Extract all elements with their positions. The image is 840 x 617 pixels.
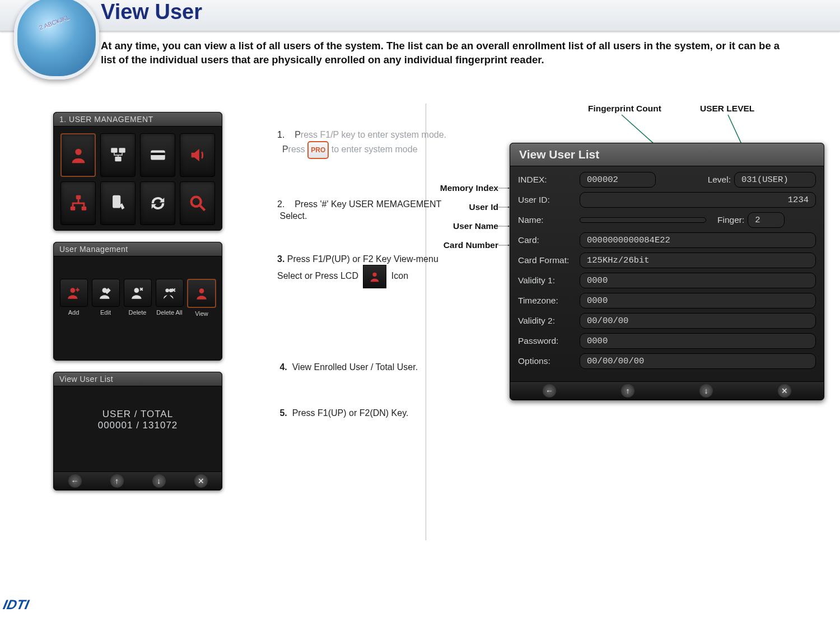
menu-view[interactable]: View bbox=[187, 279, 216, 317]
tile-user-icon[interactable] bbox=[60, 133, 96, 177]
panel-user-management-menu: User Management Add Edit Delete Delete A… bbox=[53, 242, 222, 361]
label-user-id: User Id bbox=[431, 198, 498, 216]
step2-text: Press '#' Key USER MEMAGEMENT bbox=[295, 199, 441, 209]
corner-graphic bbox=[14, 0, 99, 80]
panel-view-user-detail: View User List INDEX: 000002 Level: 031(… bbox=[510, 143, 824, 400]
page-title: View User bbox=[101, 0, 202, 24]
label-index: INDEX: bbox=[518, 175, 580, 185]
label-memory-index: Memory Index bbox=[431, 179, 498, 197]
panel-title: View User List bbox=[54, 372, 222, 386]
panel-view-user-list-small: View User List USER / TOTAL 000001 / 131… bbox=[53, 372, 222, 490]
value-name bbox=[580, 217, 706, 223]
tile-org-icon[interactable] bbox=[60, 181, 96, 225]
step3-tail: Icon bbox=[391, 272, 408, 281]
step2-tail: Select. bbox=[279, 211, 307, 221]
svg-point-16 bbox=[199, 288, 204, 293]
tile-sync-icon[interactable] bbox=[140, 181, 175, 225]
nav-back-icon[interactable]: ← bbox=[543, 384, 556, 398]
svg-rect-5 bbox=[151, 153, 165, 155]
label-fingerprint-count: Fingerprint Count bbox=[588, 104, 661, 114]
nav-down-icon[interactable]: ↓ bbox=[152, 474, 166, 488]
menu-edit[interactable]: Edit bbox=[91, 279, 120, 317]
label-validity2: Validity 2: bbox=[518, 316, 580, 326]
step5-num: 5. bbox=[279, 408, 287, 418]
menu-delete[interactable]: Delete bbox=[123, 279, 152, 317]
counter-header: USER / TOTAL bbox=[54, 409, 222, 420]
panel-title: 1. USER MANAGEMENT bbox=[54, 113, 222, 127]
value-timezone: 0000 bbox=[580, 293, 816, 308]
tile-card-icon[interactable] bbox=[140, 133, 175, 177]
tile-network-icon[interactable] bbox=[100, 133, 136, 177]
lcd-view-icon bbox=[363, 265, 386, 288]
svg-rect-6 bbox=[76, 195, 81, 199]
svg-point-0 bbox=[75, 149, 81, 155]
svg-point-17 bbox=[373, 273, 377, 277]
label-timezone: Timezone: bbox=[518, 296, 580, 306]
menu-delete-all[interactable]: Delete All bbox=[155, 279, 184, 317]
value-finger: 2 bbox=[748, 212, 785, 228]
value-card: 0000000000084E22 bbox=[580, 232, 816, 248]
label-user-level: USER LEVEL bbox=[700, 104, 754, 114]
svg-rect-8 bbox=[81, 207, 86, 211]
label-name-field: Name: bbox=[518, 215, 580, 225]
intro-text: At any time, you can view a list of all … bbox=[101, 39, 795, 67]
label-card: Card: bbox=[518, 235, 580, 245]
label-finger: Finger: bbox=[717, 215, 744, 225]
label-user-name: User Name bbox=[431, 217, 498, 235]
svg-rect-1 bbox=[111, 148, 117, 153]
value-index: 000002 bbox=[580, 172, 656, 188]
svg-point-11 bbox=[70, 288, 75, 293]
step5-text: Press F1(UP) or F2(DN) Key. bbox=[292, 408, 409, 418]
value-validity1: 0000 bbox=[580, 273, 816, 288]
step3-num: 3. bbox=[277, 254, 284, 264]
step2-num: 2. bbox=[277, 199, 284, 209]
label-password: Password: bbox=[518, 336, 580, 346]
value-cardfmt: 125KHz/26bit bbox=[580, 253, 816, 268]
menu-add[interactable]: Add bbox=[59, 279, 88, 317]
logo: IDTI bbox=[2, 597, 30, 613]
label-cardfmt: Card Format: bbox=[518, 255, 580, 265]
nav-close-icon[interactable]: ✕ bbox=[778, 384, 791, 398]
step1-text: ress F1/P key to enter system mode. bbox=[301, 130, 446, 139]
tile-search-icon[interactable] bbox=[180, 181, 215, 225]
svg-point-14 bbox=[165, 288, 169, 292]
step1-tail: to enter system mode bbox=[332, 144, 418, 154]
label-options: Options: bbox=[518, 356, 580, 366]
nav-back-icon[interactable]: ← bbox=[68, 474, 82, 488]
step3-text: Press F1/P(UP) or F2 Key View-menu Selec… bbox=[277, 254, 438, 281]
label-card-number: Card Number bbox=[431, 236, 498, 254]
nav-close-icon[interactable]: ✕ bbox=[194, 474, 208, 488]
tile-touch-icon[interactable] bbox=[100, 181, 136, 225]
value-password: 0000 bbox=[580, 333, 816, 349]
svg-rect-2 bbox=[119, 148, 125, 153]
value-validity2: 00/00/00 bbox=[580, 313, 816, 329]
counter-values: 000001 / 131072 bbox=[54, 420, 222, 431]
panel-user-management-grid: 1. USER MANAGEMENT bbox=[53, 112, 222, 231]
nav-down-icon[interactable]: ↓ bbox=[699, 384, 713, 398]
svg-rect-7 bbox=[70, 207, 74, 211]
detail-title: View User List bbox=[510, 143, 824, 166]
svg-point-10 bbox=[191, 197, 200, 207]
step4-text: View Enrolled User / Total User. bbox=[292, 362, 418, 372]
label-level: Level: bbox=[708, 175, 731, 185]
svg-rect-9 bbox=[113, 195, 120, 208]
value-userid: 1234 bbox=[580, 192, 816, 208]
svg-rect-3 bbox=[115, 157, 121, 162]
value-options: 00/00/00/00 bbox=[580, 353, 816, 369]
label-userid-field: User ID: bbox=[518, 195, 580, 205]
pro-badge: PRO bbox=[307, 141, 329, 159]
label-validity1: Validity 1: bbox=[518, 275, 580, 286]
svg-point-13 bbox=[134, 288, 139, 293]
step1-num: 1. bbox=[277, 130, 284, 139]
tile-sound-icon[interactable] bbox=[180, 133, 215, 177]
nav-up-icon[interactable]: ↑ bbox=[621, 384, 634, 398]
nav-up-icon[interactable]: ↑ bbox=[110, 474, 124, 488]
value-level: 031(USER) bbox=[734, 172, 816, 188]
step4-num: 4. bbox=[279, 362, 287, 372]
panel-title: User Management bbox=[54, 242, 222, 256]
